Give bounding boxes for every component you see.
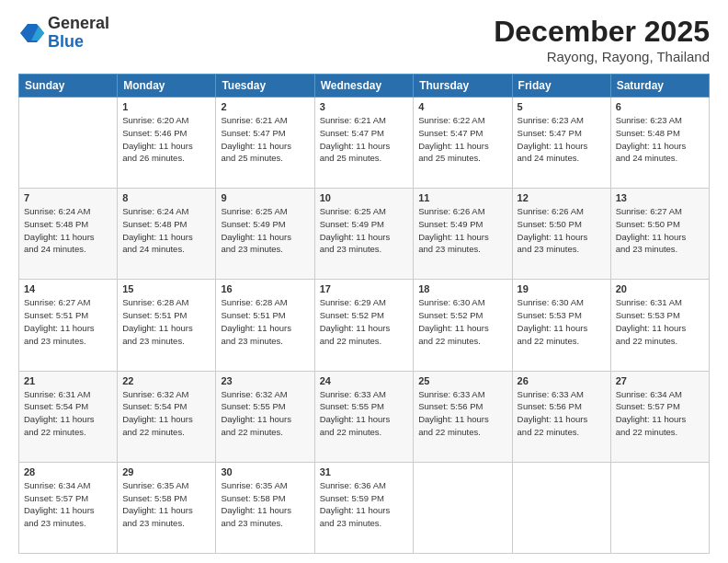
calendar-cell: 5Sunrise: 6:23 AMSunset: 5:47 PMDaylight… (512, 98, 610, 189)
calendar-cell: 19Sunrise: 6:30 AMSunset: 5:53 PMDayligh… (512, 280, 610, 371)
calendar-week-row: 14Sunrise: 6:27 AMSunset: 5:51 PMDayligh… (19, 280, 710, 371)
day-number: 20 (616, 283, 704, 294)
day-info: Sunrise: 6:23 AMSunset: 5:48 PMDaylight:… (616, 114, 704, 165)
day-number: 2 (221, 101, 309, 112)
calendar-week-row: 7Sunrise: 6:24 AMSunset: 5:48 PMDaylight… (19, 189, 710, 280)
day-info: Sunrise: 6:34 AMSunset: 5:57 PMDaylight:… (24, 479, 112, 530)
calendar-cell: 6Sunrise: 6:23 AMSunset: 5:48 PMDaylight… (610, 98, 709, 189)
calendar-cell: 4Sunrise: 6:22 AMSunset: 5:47 PMDaylight… (414, 98, 512, 189)
calendar-cell: 25Sunrise: 6:33 AMSunset: 5:56 PMDayligh… (414, 371, 512, 462)
calendar-header-tuesday: Tuesday (216, 75, 314, 98)
page: General Blue December 2025 Rayong, Rayon… (0, 0, 728, 563)
day-info: Sunrise: 6:30 AMSunset: 5:52 PMDaylight:… (418, 296, 506, 347)
day-number: 3 (320, 101, 409, 112)
day-number: 1 (122, 101, 210, 112)
calendar-cell: 30Sunrise: 6:35 AMSunset: 5:58 PMDayligh… (216, 462, 314, 553)
calendar-cell (512, 462, 610, 553)
day-info: Sunrise: 6:32 AMSunset: 5:54 PMDaylight:… (122, 388, 210, 439)
month-title: December 2025 (494, 15, 710, 49)
day-number: 6 (616, 101, 704, 112)
day-info: Sunrise: 6:35 AMSunset: 5:58 PMDaylight:… (221, 479, 309, 530)
logo-icon (18, 20, 44, 46)
day-number: 12 (518, 192, 606, 203)
day-number: 28 (24, 466, 112, 477)
logo-text: General Blue (48, 15, 109, 52)
calendar-cell: 27Sunrise: 6:34 AMSunset: 5:57 PMDayligh… (610, 371, 709, 462)
day-info: Sunrise: 6:36 AMSunset: 5:59 PMDaylight:… (320, 479, 409, 530)
day-info: Sunrise: 6:33 AMSunset: 5:55 PMDaylight:… (320, 388, 409, 439)
day-number: 25 (418, 375, 506, 386)
calendar-cell: 20Sunrise: 6:31 AMSunset: 5:53 PMDayligh… (610, 280, 709, 371)
calendar-header-thursday: Thursday (414, 75, 512, 98)
header: General Blue December 2025 Rayong, Rayon… (18, 15, 710, 64)
day-number: 24 (320, 375, 409, 386)
calendar-header-saturday: Saturday (610, 75, 709, 98)
day-number: 13 (616, 192, 704, 203)
calendar-week-row: 1Sunrise: 6:20 AMSunset: 5:46 PMDaylight… (19, 98, 710, 189)
day-number: 23 (221, 375, 309, 386)
calendar-cell: 17Sunrise: 6:29 AMSunset: 5:52 PMDayligh… (314, 280, 414, 371)
day-number: 9 (221, 192, 309, 203)
calendar-cell (19, 98, 118, 189)
location: Rayong, Rayong, Thailand (494, 49, 710, 64)
calendar-cell: 14Sunrise: 6:27 AMSunset: 5:51 PMDayligh… (19, 280, 118, 371)
day-number: 31 (320, 466, 409, 477)
day-number: 18 (418, 283, 506, 294)
calendar-cell: 12Sunrise: 6:26 AMSunset: 5:50 PMDayligh… (512, 189, 610, 280)
calendar-cell: 16Sunrise: 6:28 AMSunset: 5:51 PMDayligh… (216, 280, 314, 371)
day-info: Sunrise: 6:21 AMSunset: 5:47 PMDaylight:… (320, 114, 409, 165)
calendar-cell: 29Sunrise: 6:35 AMSunset: 5:58 PMDayligh… (118, 462, 216, 553)
day-info: Sunrise: 6:30 AMSunset: 5:53 PMDaylight:… (518, 296, 606, 347)
day-number: 21 (24, 375, 112, 386)
day-info: Sunrise: 6:29 AMSunset: 5:52 PMDaylight:… (320, 296, 409, 347)
day-info: Sunrise: 6:25 AMSunset: 5:49 PMDaylight:… (221, 205, 309, 256)
calendar-header-monday: Monday (118, 75, 216, 98)
day-number: 4 (418, 101, 506, 112)
calendar-cell: 13Sunrise: 6:27 AMSunset: 5:50 PMDayligh… (610, 189, 709, 280)
day-info: Sunrise: 6:33 AMSunset: 5:56 PMDaylight:… (518, 388, 606, 439)
logo-blue-text: Blue (48, 33, 109, 52)
day-info: Sunrise: 6:28 AMSunset: 5:51 PMDaylight:… (122, 296, 210, 347)
day-number: 16 (221, 283, 309, 294)
day-info: Sunrise: 6:23 AMSunset: 5:47 PMDaylight:… (518, 114, 606, 165)
day-number: 27 (616, 375, 704, 386)
day-info: Sunrise: 6:34 AMSunset: 5:57 PMDaylight:… (616, 388, 704, 439)
day-number: 14 (24, 283, 112, 294)
calendar-week-row: 28Sunrise: 6:34 AMSunset: 5:57 PMDayligh… (19, 462, 710, 553)
title-block: December 2025 Rayong, Rayong, Thailand (494, 15, 710, 64)
day-info: Sunrise: 6:21 AMSunset: 5:47 PMDaylight:… (221, 114, 309, 165)
day-number: 11 (418, 192, 506, 203)
day-info: Sunrise: 6:26 AMSunset: 5:50 PMDaylight:… (518, 205, 606, 256)
calendar-cell: 8Sunrise: 6:24 AMSunset: 5:48 PMDaylight… (118, 189, 216, 280)
day-info: Sunrise: 6:27 AMSunset: 5:51 PMDaylight:… (24, 296, 112, 347)
day-number: 19 (518, 283, 606, 294)
calendar-cell: 15Sunrise: 6:28 AMSunset: 5:51 PMDayligh… (118, 280, 216, 371)
calendar-cell: 18Sunrise: 6:30 AMSunset: 5:52 PMDayligh… (414, 280, 512, 371)
calendar-cell: 3Sunrise: 6:21 AMSunset: 5:47 PMDaylight… (314, 98, 414, 189)
calendar-cell: 26Sunrise: 6:33 AMSunset: 5:56 PMDayligh… (512, 371, 610, 462)
calendar-cell: 1Sunrise: 6:20 AMSunset: 5:46 PMDaylight… (118, 98, 216, 189)
calendar-cell: 23Sunrise: 6:32 AMSunset: 5:55 PMDayligh… (216, 371, 314, 462)
calendar-table: SundayMondayTuesdayWednesdayThursdayFrid… (18, 74, 710, 554)
day-info: Sunrise: 6:20 AMSunset: 5:46 PMDaylight:… (122, 114, 210, 165)
calendar-cell: 11Sunrise: 6:26 AMSunset: 5:49 PMDayligh… (414, 189, 512, 280)
day-info: Sunrise: 6:26 AMSunset: 5:49 PMDaylight:… (418, 205, 506, 256)
calendar-header-wednesday: Wednesday (314, 75, 414, 98)
calendar-cell: 9Sunrise: 6:25 AMSunset: 5:49 PMDaylight… (216, 189, 314, 280)
day-number: 8 (122, 192, 210, 203)
calendar-header-friday: Friday (512, 75, 610, 98)
calendar-header-row: SundayMondayTuesdayWednesdayThursdayFrid… (19, 75, 710, 98)
calendar-cell (414, 462, 512, 553)
day-info: Sunrise: 6:27 AMSunset: 5:50 PMDaylight:… (616, 205, 704, 256)
calendar-cell (610, 462, 709, 553)
day-info: Sunrise: 6:35 AMSunset: 5:58 PMDaylight:… (122, 479, 210, 530)
day-info: Sunrise: 6:32 AMSunset: 5:55 PMDaylight:… (221, 388, 309, 439)
logo: General Blue (18, 15, 109, 52)
day-info: Sunrise: 6:31 AMSunset: 5:54 PMDaylight:… (24, 388, 112, 439)
calendar-cell: 31Sunrise: 6:36 AMSunset: 5:59 PMDayligh… (314, 462, 414, 553)
calendar-cell: 7Sunrise: 6:24 AMSunset: 5:48 PMDaylight… (19, 189, 118, 280)
day-info: Sunrise: 6:33 AMSunset: 5:56 PMDaylight:… (418, 388, 506, 439)
calendar-cell: 2Sunrise: 6:21 AMSunset: 5:47 PMDaylight… (216, 98, 314, 189)
calendar-week-row: 21Sunrise: 6:31 AMSunset: 5:54 PMDayligh… (19, 371, 710, 462)
day-info: Sunrise: 6:28 AMSunset: 5:51 PMDaylight:… (221, 296, 309, 347)
